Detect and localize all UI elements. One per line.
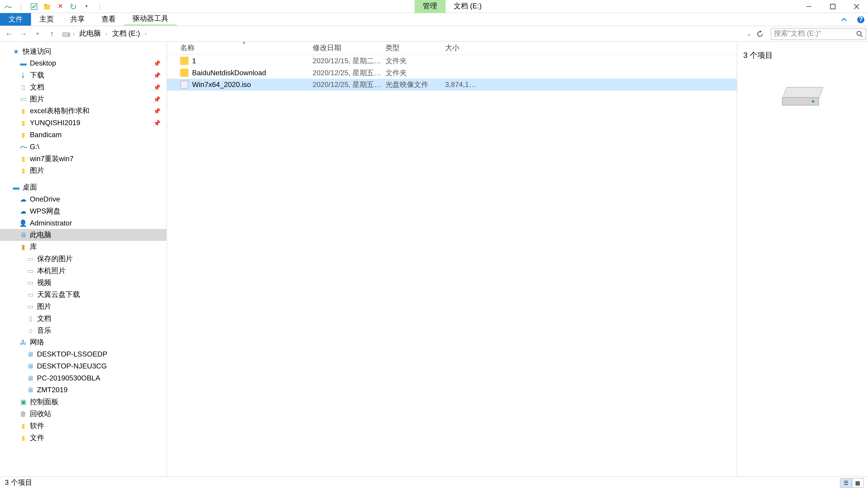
col-type[interactable]: 类型	[382, 43, 441, 53]
tree-documents[interactable]: ▯文档📌	[0, 81, 166, 93]
nav-up-button[interactable]: ↑	[45, 27, 59, 40]
col-size[interactable]: 大小	[441, 43, 477, 53]
qat-delete-icon[interactable]: ✕	[55, 1, 66, 12]
tree-pictures[interactable]: ▭图片📌	[0, 93, 166, 105]
folder-icon: ▮	[19, 131, 27, 139]
library-icon: ▮	[19, 242, 27, 251]
ribbon-tabs: 文件 主页 共享 查看 驱动器工具 ?	[0, 13, 868, 26]
nav-forward-button[interactable]: →	[17, 27, 30, 40]
tab-share[interactable]: 共享	[62, 13, 93, 26]
tree-pc2[interactable]: 🖥DESKTOP-NJEU3CG	[0, 360, 166, 372]
minimize-button[interactable]	[797, 0, 821, 13]
qat-undo-icon[interactable]	[68, 1, 79, 12]
quick-access-toolbar: | ✕ ▾ |	[0, 1, 107, 12]
tree-lib-pictures[interactable]: ▭图片	[0, 300, 166, 313]
tab-drive-tools[interactable]: 驱动器工具	[124, 13, 177, 26]
help-button[interactable]: ?	[853, 13, 868, 26]
tree-files[interactable]: ▮文件	[0, 432, 166, 444]
wps-icon: ☁	[19, 207, 27, 215]
tree-pc1[interactable]: 🖥DESKTOP-LSSOEDP	[0, 348, 166, 360]
tree-downloads[interactable]: ⭳下载📌	[0, 69, 166, 81]
tree-pictures2[interactable]: ▮图片	[0, 164, 166, 176]
qat-newfolder-icon[interactable]	[42, 1, 53, 12]
view-large-button[interactable]: ▦	[852, 478, 864, 487]
tab-view[interactable]: 查看	[93, 13, 124, 26]
tree-wps[interactable]: ☁WPS网盘	[0, 205, 166, 217]
tree-saved-pics[interactable]: ▭保存的图片	[0, 253, 166, 265]
star-icon: ★	[12, 47, 20, 55]
breadcrumb[interactable]: › 此电脑 › 文档 (E:) › ⌄	[60, 27, 755, 40]
nav-recent-dropdown[interactable]: ▾	[31, 27, 44, 40]
tree-lib-music[interactable]: ♫音乐	[0, 324, 166, 336]
search-placeholder: 搜索"文档 (E:)"	[774, 29, 821, 39]
column-headers: 名称▴ 修改日期 类型 大小	[167, 42, 737, 55]
tab-home[interactable]: 主页	[31, 13, 62, 26]
tree-thispc[interactable]: 🖥此电脑	[0, 229, 166, 241]
crumb-thispc[interactable]: 此电脑	[77, 27, 103, 40]
ribbon-expand-icon[interactable]	[835, 13, 853, 26]
file-row[interactable]: BaiduNetdiskDownload2020/12/25, 星期五 1...…	[167, 67, 737, 79]
window-controls	[797, 0, 868, 13]
view-details-button[interactable]: ☰	[840, 478, 852, 487]
maximize-button[interactable]	[821, 0, 845, 13]
tree-lib-documents[interactable]: ▯文档	[0, 313, 166, 324]
networkpc-icon: 🖥	[26, 374, 35, 382]
crumb-sep-icon[interactable]: ›	[104, 31, 108, 37]
tree-camera-roll[interactable]: ▭本机照片	[0, 265, 166, 277]
tree-onedrive[interactable]: ☁OneDrive	[0, 193, 166, 205]
folder-icon: ▮	[19, 433, 27, 442]
tree-pc3[interactable]: 🖥PC-20190530OBLA	[0, 372, 166, 384]
folder-icon: ▮	[19, 119, 27, 127]
file-row[interactable]: 12020/12/15, 星期二 1...文件夹	[167, 55, 737, 67]
tree-software[interactable]: ▮软件	[0, 420, 166, 432]
folder-icon: ▮	[19, 166, 27, 175]
qat-properties-icon[interactable]	[29, 1, 39, 12]
crumb-sep-icon[interactable]: ›	[72, 31, 76, 37]
close-button[interactable]	[845, 0, 868, 13]
iso-file-icon	[180, 80, 188, 89]
file-size: 3,874,126...	[441, 80, 477, 89]
file-list-pane: 名称▴ 修改日期 类型 大小 12020/12/15, 星期二 1...文件夹B…	[167, 42, 737, 477]
file-date: 2020/12/15, 星期二 1...	[309, 56, 382, 66]
svg-rect-1	[44, 4, 50, 9]
tree-recycle[interactable]: 🗑回收站	[0, 408, 166, 420]
tree-gdrive[interactable]: G:\	[0, 141, 166, 153]
tree-yunqishi[interactable]: ▮YUNQISHI2019📌	[0, 117, 166, 129]
nav-back-button[interactable]: ←	[2, 27, 16, 40]
tree-video[interactable]: ▭视频	[0, 276, 166, 289]
svg-line-12	[861, 35, 863, 37]
crumb-sep-icon[interactable]: ›	[144, 31, 148, 37]
file-row[interactable]: Win7x64_2020.iso2020/12/25, 星期五 1...光盘映像…	[167, 78, 737, 91]
tree-bandicam[interactable]: ▮Bandicam	[0, 129, 166, 141]
file-date: 2020/12/25, 星期五 1...	[309, 68, 382, 78]
search-icon[interactable]	[856, 30, 863, 37]
search-input[interactable]: 搜索"文档 (E:)"	[771, 28, 866, 40]
tree-tianyi[interactable]: ▭天翼云盘下载	[0, 289, 166, 300]
tree-desktop-root[interactable]: ▬桌面	[0, 181, 166, 193]
tree-desktop[interactable]: ▬Desktop📌	[0, 57, 166, 69]
documents-icon: ▯	[26, 314, 35, 323]
tree-admin[interactable]: 👤Administrator	[0, 217, 166, 229]
tree-control-panel[interactable]: ▣控制面板	[0, 396, 166, 408]
qat-dropdown-icon[interactable]: ▾	[81, 1, 92, 12]
contextual-tab-label[interactable]: 管理	[414, 0, 445, 13]
col-name[interactable]: 名称▴	[177, 43, 309, 53]
networkpc-icon: 🖥	[26, 362, 35, 370]
navigation-pane[interactable]: ★快速访问 ▬Desktop📌 ⭳下载📌 ▯文档📌 ▭图片📌 ▮excel表格制…	[0, 42, 167, 477]
tree-network[interactable]: 🖧网络	[0, 336, 166, 348]
tab-file[interactable]: 文件	[0, 13, 31, 26]
crumb-current[interactable]: 文档 (E:)	[110, 27, 143, 40]
pin-icon: 📌	[153, 60, 160, 66]
tree-pc4[interactable]: 🖥ZMT2019	[0, 384, 166, 396]
tree-excel[interactable]: ▮excel表格制作求和📌	[0, 105, 166, 117]
documents-icon: ▯	[19, 83, 27, 91]
refresh-button[interactable]	[756, 30, 770, 37]
desktop-icon: ▬	[19, 59, 27, 67]
tree-quick-access[interactable]: ★快速访问	[0, 45, 166, 57]
video-icon: ▭	[26, 278, 35, 287]
address-dropdown-icon[interactable]: ⌄	[743, 31, 755, 37]
app-icon[interactable]	[2, 1, 13, 12]
tree-libraries[interactable]: ▮库	[0, 241, 166, 253]
col-date[interactable]: 修改日期	[309, 43, 382, 53]
tree-win7reinstall[interactable]: ▮win7重装win7	[0, 153, 166, 165]
